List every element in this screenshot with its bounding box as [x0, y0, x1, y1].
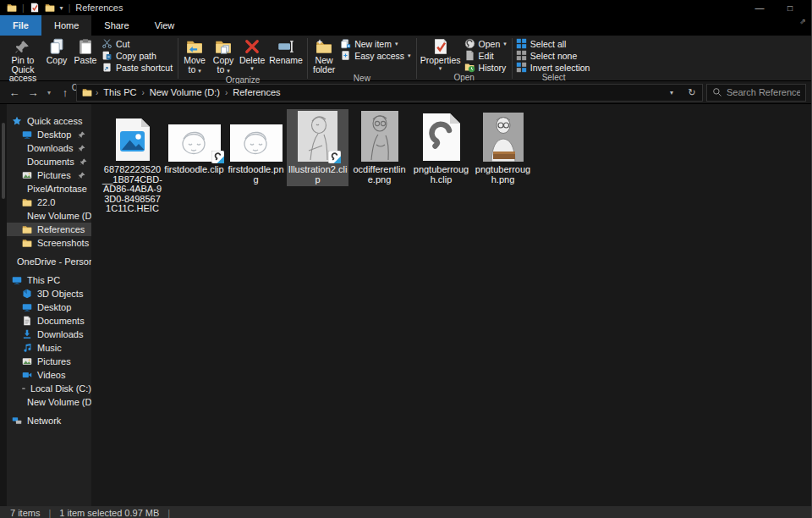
breadcrumb-this-pc[interactable]: This PC [102, 87, 138, 97]
file-item-pngtuberrough-clip[interactable]: pngtuberrough.clip [410, 109, 472, 186]
rename-button[interactable]: Rename [266, 37, 305, 65]
easy-access-icon [340, 50, 351, 61]
file-item-firstdoodle-clip[interactable]: firstdoodle.clip [163, 109, 225, 177]
sidebar-item-desktop[interactable]: Desktop [7, 128, 91, 141]
breadcrumb-chevron-icon: › [141, 88, 144, 97]
qat-properties-icon[interactable] [30, 3, 40, 13]
qat-customize-caret-icon[interactable]: ▾ [60, 4, 63, 12]
tab-share[interactable]: Share [91, 15, 141, 36]
copy-icon [48, 38, 65, 55]
sidebar-item-pc-desktop[interactable]: Desktop [7, 300, 91, 314]
sidebar-item-pc-new-volume-d[interactable]: New Volume (D:) [7, 395, 91, 409]
sidebar-item-documents[interactable]: Documents [7, 155, 91, 168]
sidebar-item-quick-access[interactable]: Quick access [7, 114, 91, 128]
new-item-icon [340, 38, 351, 49]
new-folder-button[interactable]: New folder [310, 37, 338, 74]
image-file-icon [114, 118, 151, 162]
sidebar-item-new-volume-d[interactable]: New Volume (D:) [7, 209, 91, 223]
sidebar-item-local-disk-c[interactable]: Local Disk (C:) [7, 382, 91, 395]
edit-button[interactable]: Edit [464, 50, 507, 61]
copy-to-icon [215, 38, 232, 55]
file-name: Illustration2.clip [288, 165, 348, 185]
back-button[interactable]: ← [7, 86, 22, 99]
pictures-icon [22, 170, 32, 180]
breadcrumb-chevron-icon: › [96, 88, 98, 97]
sidebar-item-network[interactable]: Network [7, 414, 91, 427]
sidebar-item-this-pc[interactable]: This PC [7, 273, 91, 287]
copy-to-button[interactable]: Copy to ▾ [209, 37, 238, 75]
file-item-firstdoodle-png[interactable]: firstdoodle.png [225, 109, 287, 186]
invert-selection-button[interactable]: Invert selection [516, 62, 590, 73]
cut-button[interactable]: Cut [102, 38, 173, 49]
breadcrumb-new-volume-d[interactable]: New Volume (D:) [148, 87, 222, 97]
paste-shortcut-button[interactable]: Paste shortcut [102, 62, 173, 73]
breadcrumb-references[interactable]: References [231, 87, 282, 97]
file-thumbnail [361, 111, 398, 162]
download-icon [22, 329, 32, 339]
group-label-select: Select [514, 73, 594, 82]
sidebar-item-downloads[interactable]: Downloads [7, 141, 91, 155]
status-divider: | [48, 508, 51, 518]
new-item-button[interactable]: New item ▾ [340, 38, 410, 49]
file-item-ocdifferentline-png[interactable]: ocdifferentline.png [348, 109, 410, 186]
sidebar-item-pixelartnotase[interactable]: PixelArtnotase [7, 182, 91, 196]
desktop-icon [22, 302, 32, 312]
sidebar-item-music[interactable]: Music [7, 341, 91, 355]
sidebar-item-videos[interactable]: Videos [7, 368, 91, 382]
sidebar-item-onedrive[interactable]: OneDrive - Personal [7, 255, 91, 268]
open-button[interactable]: Open ▾ [464, 38, 507, 49]
expand-ribbon-icon[interactable]: ⇗ [799, 15, 811, 36]
paste-button[interactable]: Paste [71, 37, 100, 65]
forward-button[interactable]: → [25, 86, 41, 99]
sidebar-scrollbar-thumb[interactable] [2, 123, 5, 199]
ribbon-group-select: Select all Select none Invert selection … [514, 37, 594, 80]
sidebar-item-3d-objects[interactable]: 3D Objects [7, 287, 91, 300]
tab-view[interactable]: View [142, 15, 188, 36]
qat-new-folder-icon[interactable] [45, 3, 55, 13]
desktop-icon [22, 130, 32, 140]
select-all-button[interactable]: Select all [516, 38, 590, 49]
minimize-button[interactable]: — [747, 0, 772, 15]
rename-icon [277, 38, 294, 55]
sidebar-item-pc-pictures[interactable]: Pictures [7, 355, 91, 368]
file-item-heic[interactable]: 68782223520__1B874CBD-AD86-4ABA-93D0-849… [102, 109, 163, 216]
search-box [706, 84, 806, 102]
ribbon: Pin to Quick access Copy Paste Cut [0, 36, 811, 81]
network-icon [12, 416, 22, 426]
sidebar-item-22-0[interactable]: 22.0 [7, 196, 91, 209]
recent-locations-caret-icon[interactable]: ▾ [44, 89, 54, 96]
pin-to-quick-access-button[interactable]: Pin to Quick access [3, 37, 42, 83]
tab-home[interactable]: Home [41, 15, 91, 36]
address-bar[interactable]: › This PC › New Volume (D:) › References… [76, 84, 703, 102]
refresh-button[interactable]: ↻ [683, 87, 700, 98]
titlebar-divider: | [69, 3, 71, 13]
easy-access-button[interactable]: Easy access ▾ [340, 50, 410, 61]
maximize-button[interactable]: □ [777, 0, 803, 15]
move-to-button[interactable]: Move to ▾ [180, 37, 209, 75]
sidebar-item-pc-downloads[interactable]: Downloads [7, 328, 91, 341]
sidebar-item-references[interactable]: References [7, 223, 91, 236]
sidebar-item-screenshots[interactable]: Screenshots [7, 236, 91, 250]
file-item-illustration2-clip[interactable]: Illustration2.clip [287, 109, 348, 186]
sidebar-item-pictures[interactable]: Pictures [7, 168, 91, 182]
copy-button[interactable]: Copy [42, 37, 71, 65]
tab-file[interactable]: File [0, 15, 41, 36]
navigation-pane: Quick access Desktop Downloads Documents… [0, 104, 91, 506]
sidebar-item-pc-documents[interactable]: Documents [7, 314, 91, 328]
file-item-pngtuberrough-png[interactable]: pngtuberrough.png [472, 109, 534, 186]
search-input[interactable] [727, 87, 800, 97]
ribbon-tab-bar: File Home Share View ⇗ [0, 15, 811, 36]
file-name: pngtuberrough.png [473, 165, 533, 185]
main-area: Quick access Desktop Downloads Documents… [0, 104, 811, 506]
properties-button[interactable]: Properties ▾ [419, 37, 463, 72]
up-button[interactable]: ↑ [58, 86, 73, 99]
copy-path-button[interactable]: Copy path [102, 50, 173, 61]
paste-icon [77, 38, 94, 55]
address-dropdown-caret-icon[interactable]: ▾ [663, 89, 680, 96]
delete-button[interactable]: Delete ▾ [238, 37, 266, 72]
clip-studio-badge-icon [211, 151, 224, 163]
history-button[interactable]: History [464, 62, 507, 73]
status-bar: 7 items | 1 item selected 0.97 MB | [0, 506, 811, 518]
pin-icon [78, 130, 86, 139]
select-none-button[interactable]: Select none [516, 50, 590, 61]
